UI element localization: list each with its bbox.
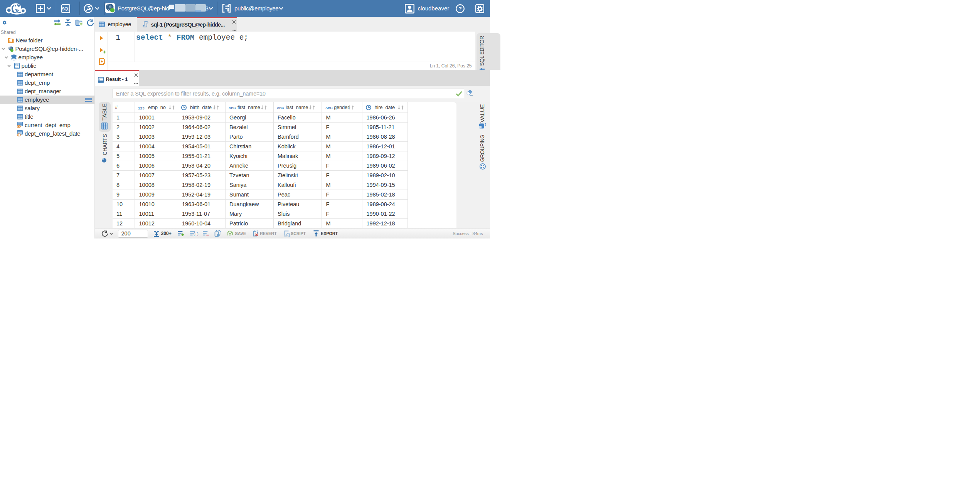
svg-text:123: 123 bbox=[138, 106, 145, 110]
svg-text:?: ? bbox=[458, 6, 461, 12]
svg-text:ABC: ABC bbox=[325, 106, 333, 110]
svg-text:ABC: ABC bbox=[229, 106, 236, 110]
svg-text:SQL: SQL bbox=[62, 6, 70, 11]
svg-text:(+): (+) bbox=[194, 232, 199, 236]
svg-text:ABC: ABC bbox=[277, 106, 284, 110]
